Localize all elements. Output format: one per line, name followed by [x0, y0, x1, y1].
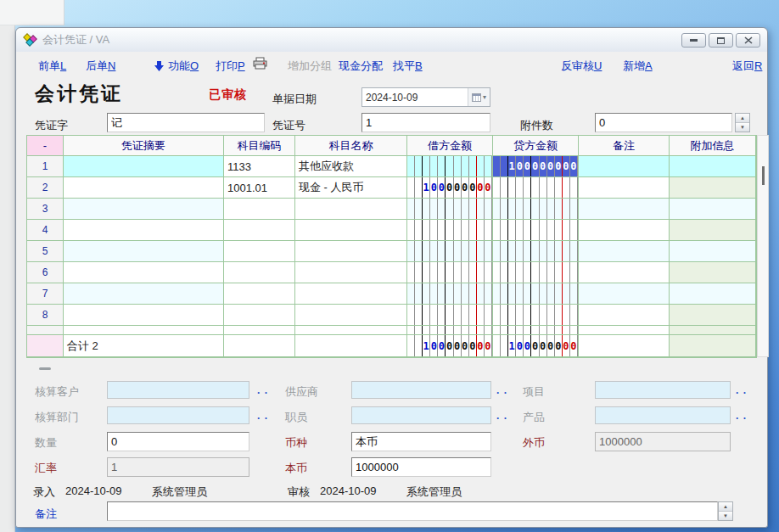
- voucher-cell-credit[interactable]: [493, 241, 579, 262]
- date-picker[interactable]: 2024-10-09 ▾: [361, 87, 490, 107]
- balance-button[interactable]: 找平B: [393, 59, 423, 74]
- product-browse-button[interactable]: . .: [736, 410, 747, 422]
- new-voucher-button[interactable]: 新增A: [623, 59, 653, 74]
- voucher-cell-code[interactable]: 1133: [224, 156, 295, 177]
- voucher-number-input[interactable]: [361, 113, 490, 132]
- printer-icon-button[interactable]: [252, 57, 268, 73]
- voucher-cell-memo[interactable]: [579, 262, 670, 283]
- local-amount-input[interactable]: [351, 457, 491, 477]
- voucher-cell-memo[interactable]: [579, 283, 670, 305]
- voucher-cell-summary[interactable]: [64, 220, 224, 241]
- voucher-word-input[interactable]: [107, 113, 265, 132]
- voucher-cell-debit[interactable]: [407, 156, 493, 177]
- supplier-browse-button[interactable]: . .: [496, 384, 507, 396]
- close-button[interactable]: [736, 33, 760, 48]
- voucher-cell-summary[interactable]: [64, 283, 224, 305]
- voucher-cell-extra[interactable]: [670, 241, 756, 262]
- voucher-cell-name[interactable]: [295, 305, 407, 326]
- minimize-button[interactable]: [681, 33, 706, 48]
- voucher-cell-code[interactable]: [224, 305, 295, 326]
- voucher-cell-extra[interactable]: [670, 156, 756, 177]
- voucher-cell-memo[interactable]: [579, 220, 670, 241]
- voucher-cell-memo[interactable]: [579, 241, 670, 262]
- titlebar[interactable]: 会计凭证 / VA: [16, 28, 767, 52]
- voucher-cell-name[interactable]: [295, 241, 407, 262]
- voucher-cell-code[interactable]: [224, 220, 295, 241]
- spinner-down-icon[interactable]: ▼: [719, 512, 732, 520]
- voucher-cell-credit[interactable]: [493, 220, 579, 241]
- function-button[interactable]: 功能O: [154, 59, 199, 74]
- voucher-cell-code[interactable]: 1001.01: [224, 177, 295, 199]
- add-group-button[interactable]: 增加分组: [288, 59, 332, 74]
- spinner-down-icon[interactable]: ▼: [736, 123, 749, 132]
- voucher-cell-name[interactable]: [295, 283, 407, 305]
- customer-browse-button[interactable]: . .: [257, 384, 268, 396]
- calendar-dropdown-button[interactable]: ▾: [468, 88, 490, 106]
- maximize-button[interactable]: [709, 33, 733, 48]
- voucher-cell-summary[interactable]: [64, 241, 224, 262]
- currency-input[interactable]: [351, 432, 491, 451]
- voucher-cell-memo[interactable]: [579, 199, 670, 220]
- voucher-cell-memo[interactable]: [579, 305, 670, 326]
- voucher-cell-summary[interactable]: [64, 177, 224, 199]
- table-scrollbar[interactable]: [757, 135, 769, 357]
- voucher-cell-summary[interactable]: [64, 199, 224, 220]
- voucher-cell-debit[interactable]: [407, 283, 493, 305]
- next-voucher-button[interactable]: 后单N: [86, 59, 115, 74]
- voucher-cell-code[interactable]: [224, 241, 295, 262]
- voucher-cell-debit[interactable]: [407, 220, 493, 241]
- voucher-cell-debit[interactable]: 100000000: [407, 177, 493, 199]
- voucher-cell-debit[interactable]: [407, 241, 493, 262]
- voucher-cell-name[interactable]: [295, 220, 407, 241]
- employee-browse-button[interactable]: . .: [496, 410, 507, 422]
- unaudit-button[interactable]: 反审核U: [561, 59, 602, 74]
- voucher-cell-memo[interactable]: [579, 177, 670, 199]
- splitter-grip[interactable]: [39, 367, 51, 370]
- voucher-cell-extra[interactable]: [670, 220, 756, 241]
- voucher-cell-name[interactable]: 其他应收款: [295, 156, 407, 177]
- voucher-cell-code[interactable]: [224, 283, 295, 305]
- scrollbar-thumb[interactable]: [762, 166, 765, 185]
- voucher-cell-name[interactable]: [295, 199, 407, 220]
- department-input[interactable]: [107, 406, 249, 424]
- voucher-cell-extra[interactable]: [670, 262, 756, 283]
- project-input[interactable]: [595, 381, 731, 399]
- voucher-cell-debit[interactable]: [407, 262, 493, 283]
- spinner-up-icon[interactable]: ▲: [736, 114, 749, 123]
- voucher-cell-summary[interactable]: [64, 156, 224, 177]
- supplier-input[interactable]: [351, 381, 491, 399]
- cash-alloc-button[interactable]: 现金分配: [339, 59, 383, 74]
- employee-input[interactable]: [351, 406, 491, 424]
- prev-voucher-button[interactable]: 前单L: [38, 59, 66, 74]
- return-button[interactable]: 返回R: [732, 59, 762, 74]
- remark-spinner[interactable]: ▲ ▼: [718, 501, 733, 521]
- voucher-cell-extra[interactable]: [670, 177, 756, 199]
- remark-input[interactable]: [107, 501, 718, 521]
- customer-input[interactable]: [107, 381, 249, 399]
- voucher-cell-extra[interactable]: [670, 305, 756, 326]
- voucher-cell-debit[interactable]: [407, 305, 493, 326]
- voucher-cell-debit[interactable]: [407, 199, 493, 220]
- voucher-cell-name[interactable]: [295, 262, 407, 283]
- voucher-cell-extra[interactable]: [670, 283, 756, 305]
- voucher-cell-summary[interactable]: [64, 262, 224, 283]
- spinner-up-icon[interactable]: ▲: [719, 502, 732, 512]
- voucher-cell-memo[interactable]: [579, 156, 670, 177]
- voucher-cell-credit[interactable]: [493, 199, 579, 220]
- product-input[interactable]: [595, 406, 731, 424]
- voucher-cell-code[interactable]: [224, 199, 295, 220]
- attachment-spinner[interactable]: ▲ ▼: [735, 113, 750, 132]
- print-button[interactable]: 打印P: [216, 59, 245, 74]
- voucher-cell-credit[interactable]: [493, 262, 579, 283]
- voucher-cell-credit[interactable]: [493, 177, 579, 199]
- voucher-cell-credit[interactable]: [493, 305, 579, 326]
- department-browse-button[interactable]: . .: [257, 410, 268, 422]
- voucher-cell-name[interactable]: 现金 - 人民币: [295, 177, 407, 199]
- voucher-cell-summary[interactable]: [64, 305, 224, 326]
- quantity-input[interactable]: [107, 432, 249, 451]
- voucher-cell-code[interactable]: [224, 262, 295, 283]
- voucher-cell-credit[interactable]: 100000000: [493, 156, 579, 177]
- voucher-cell-credit[interactable]: [493, 283, 579, 305]
- project-browse-button[interactable]: . .: [736, 384, 747, 396]
- voucher-cell-extra[interactable]: [670, 199, 756, 220]
